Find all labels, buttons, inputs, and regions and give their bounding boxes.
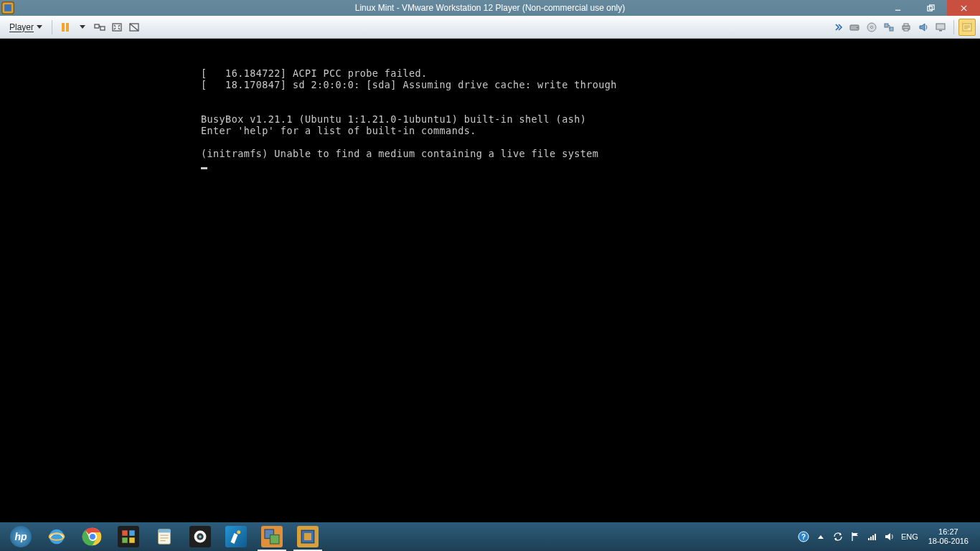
svg-rect-34 xyxy=(122,530,128,536)
svg-rect-48 xyxy=(270,535,280,545)
console-line: [ 16.184722] ACPI PCC probe failed. xyxy=(201,67,428,79)
svg-text:?: ? xyxy=(801,533,806,541)
tray-wifi-icon[interactable] xyxy=(867,531,878,542)
taskbar-app-rocket-button[interactable] xyxy=(219,524,253,549)
cd-dvd-icon[interactable] xyxy=(863,19,880,36)
svg-rect-18 xyxy=(885,24,888,27)
console-line: Enter 'help' for a list of built-in comm… xyxy=(201,125,476,136)
svg-rect-55 xyxy=(872,535,874,540)
hard-disk-icon[interactable] xyxy=(846,19,863,36)
message-log-button[interactable] xyxy=(958,19,976,36)
display-icon[interactable] xyxy=(932,19,949,36)
svg-rect-54 xyxy=(870,537,872,540)
close-button[interactable] xyxy=(947,0,980,16)
tray-clock[interactable]: 16:27 18-06-2016 xyxy=(924,527,973,546)
network-adapter-icon[interactable] xyxy=(880,19,897,36)
send-ctrl-alt-del-button[interactable] xyxy=(91,19,108,36)
svg-rect-23 xyxy=(936,24,945,29)
svg-point-45 xyxy=(199,535,202,538)
taskbar-notepad-button[interactable] xyxy=(147,524,182,549)
svg-point-15 xyxy=(857,27,858,28)
window-titlebar: Linux Mint - VMware Workstation 12 Playe… xyxy=(0,0,980,16)
taskbar-camera-button[interactable] xyxy=(183,524,217,549)
vmware-app-icon xyxy=(0,0,16,16)
player-menu[interactable]: Player xyxy=(4,19,47,35)
svg-point-46 xyxy=(237,530,240,534)
sound-card-icon[interactable] xyxy=(915,19,932,36)
svg-rect-53 xyxy=(868,538,870,540)
svg-rect-21 xyxy=(904,24,908,26)
tray-time: 16:27 xyxy=(928,527,969,537)
taskbar-app-puzzle-button[interactable] xyxy=(111,524,146,549)
tray-date: 18-06-2016 xyxy=(928,537,969,546)
tray-overflow-icon[interactable] xyxy=(815,531,826,542)
svg-rect-37 xyxy=(129,537,135,543)
window-title: Linux Mint - VMware Workstation 12 Playe… xyxy=(0,3,980,13)
svg-rect-9 xyxy=(95,24,99,28)
svg-rect-10 xyxy=(100,27,105,30)
unity-mode-button[interactable] xyxy=(126,19,143,36)
svg-rect-35 xyxy=(129,530,135,536)
taskbar-chrome-button[interactable] xyxy=(75,524,110,549)
tray-volume-icon[interactable] xyxy=(884,531,895,542)
vmware-toolbar: Player xyxy=(0,16,980,39)
power-dropdown-button[interactable] xyxy=(74,19,91,36)
system-tray: ? ENG 16:27 18-06-2016 xyxy=(798,527,977,546)
svg-rect-50 xyxy=(304,533,311,540)
toolbar-separator xyxy=(953,20,954,34)
svg-rect-24 xyxy=(939,30,942,32)
taskbar-hp-button[interactable]: hp xyxy=(4,524,38,549)
fullscreen-button[interactable] xyxy=(108,19,126,36)
svg-rect-36 xyxy=(122,537,128,543)
tray-language-label[interactable]: ENG xyxy=(901,532,918,541)
svg-rect-11 xyxy=(113,24,121,31)
svg-line-13 xyxy=(130,24,138,31)
printer-icon[interactable] xyxy=(897,19,915,36)
cursor-icon xyxy=(201,167,207,169)
taskbar-vmware-player-button[interactable] xyxy=(291,524,325,549)
console-line: [ 18.170847] sd 2:0:0:0: [sda] Assuming … xyxy=(201,79,617,90)
pause-vm-button[interactable] xyxy=(57,19,74,36)
taskbar-ie-button[interactable] xyxy=(39,524,74,549)
console-line: (initramfs) Unable to find a medium cont… xyxy=(201,148,598,159)
taskbar-vmware-installer-button[interactable] xyxy=(255,524,289,549)
svg-point-29 xyxy=(50,529,65,545)
collapse-devices-icon[interactable] xyxy=(829,19,846,36)
chevron-down-icon xyxy=(37,25,42,29)
svg-rect-39 xyxy=(159,529,171,533)
svg-rect-19 xyxy=(890,27,893,31)
toolbar-separator xyxy=(52,20,52,34)
help-icon[interactable]: ? xyxy=(798,531,809,542)
tray-flag-icon[interactable] xyxy=(849,531,861,542)
tray-sync-icon[interactable] xyxy=(832,531,844,542)
svg-rect-1 xyxy=(4,4,11,11)
svg-rect-22 xyxy=(904,29,908,31)
windows-taskbar: hp ? ENG xyxy=(0,522,980,551)
svg-rect-7 xyxy=(62,23,65,32)
svg-rect-8 xyxy=(66,23,69,32)
vm-console[interactable]: [ 16.184722] ACPI PCC probe failed. [ 18… xyxy=(0,39,980,522)
minimize-button[interactable] xyxy=(881,0,914,16)
maximize-button[interactable] xyxy=(914,0,947,16)
console-line: BusyBox v1.21.1 (Ubuntu 1:1.21.0-1ubuntu… xyxy=(201,113,586,125)
svg-rect-56 xyxy=(875,534,876,540)
chevron-down-icon xyxy=(80,25,85,29)
svg-point-17 xyxy=(871,26,873,28)
player-menu-label: Player xyxy=(9,22,34,32)
